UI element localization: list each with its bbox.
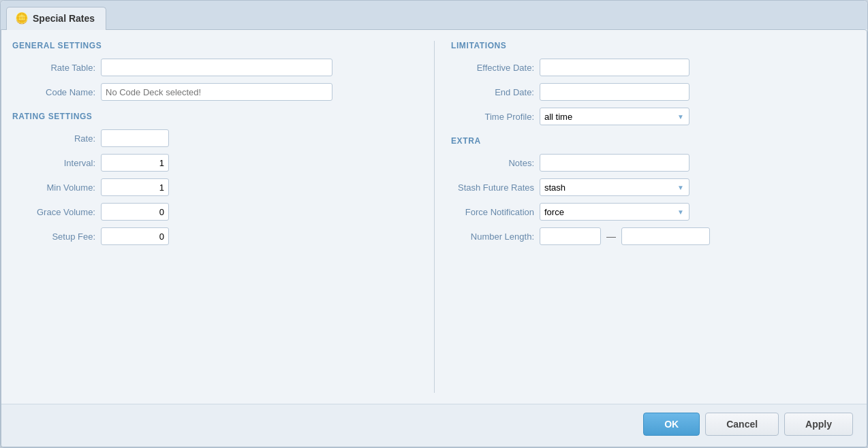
rate-input[interactable] [101,129,169,147]
cancel-button[interactable]: Cancel [705,413,779,436]
right-panel: LIMITATIONS Effective Date: End Date: Ti… [435,41,856,393]
time-profile-select-wrapper: all time business hours after hours week… [540,108,689,125]
footer: OK Cancel Apply [1,404,867,447]
interval-input[interactable] [101,154,169,172]
time-profile-label: Time Profile: [451,112,540,122]
general-settings-title: GENERAL SETTINGS [12,41,420,50]
notes-group: Notes: [451,154,856,172]
ok-button[interactable]: OK [643,413,700,436]
stash-future-rates-label: Stash Future Rates [451,182,540,193]
left-panel: GENERAL SETTINGS Rate Table: Code Name: … [12,41,435,393]
rate-table-input[interactable] [101,59,332,76]
rate-table-group: Rate Table: [12,59,420,76]
setup-fee-input[interactable] [101,227,169,245]
grace-volume-group: Grace Volume: [12,203,420,221]
setup-fee-group: Setup Fee: [12,227,420,245]
rating-settings-title: RATING SETTINGS [12,112,420,121]
stash-future-rates-group: Stash Future Rates stash no stash [451,178,856,196]
number-length-label: Number Length: [451,231,540,242]
time-profile-select[interactable]: all time business hours after hours week… [540,108,689,125]
end-date-group: End Date: [451,83,856,101]
stash-select-wrapper: stash no stash [540,178,689,196]
force-select-wrapper: force no force [540,203,689,221]
rate-group: Rate: [12,129,420,147]
grace-volume-input[interactable] [101,203,169,221]
interval-label: Interval: [12,158,101,168]
min-volume-input[interactable] [101,178,169,196]
effective-date-label: Effective Date: [451,63,540,73]
end-date-input[interactable] [540,83,689,101]
grace-volume-label: Grace Volume: [12,207,101,217]
special-rates-icon: 🪙 [15,12,29,25]
code-name-input[interactable] [101,83,332,101]
code-name-group: Code Name: [12,83,420,101]
tab-special-rates[interactable]: 🪙 Special Rates [6,7,106,30]
min-volume-label: Min Volume: [12,182,101,193]
number-length-dash: — [606,231,616,242]
notes-input[interactable] [540,154,689,172]
end-date-label: End Date: [451,87,540,97]
force-notification-select[interactable]: force no force [540,203,689,221]
stash-future-rates-select[interactable]: stash no stash [540,178,689,196]
limitations-title: LIMITATIONS [451,41,856,50]
min-volume-group: Min Volume: [12,178,420,196]
code-name-label: Code Name: [12,87,101,97]
force-notification-group: Force Notification force no force [451,203,856,221]
time-profile-group: Time Profile: all time business hours af… [451,108,856,125]
force-notification-label: Force Notification [451,207,540,217]
number-length-group: Number Length: — [451,227,856,245]
main-window: 🪙 Special Rates GENERAL SETTINGS Rate Ta… [0,0,868,448]
rate-table-label: Rate Table: [12,63,101,73]
tab-label: Special Rates [33,13,95,24]
apply-button[interactable]: Apply [784,413,853,436]
tab-bar: 🪙 Special Rates [1,1,867,29]
number-length-inputs: — [540,227,710,245]
content-area: GENERAL SETTINGS Rate Table: Code Name: … [1,29,867,447]
effective-date-input[interactable] [540,59,689,76]
effective-date-group: Effective Date: [451,59,856,76]
notes-label: Notes: [451,158,540,168]
setup-fee-label: Setup Fee: [12,231,101,242]
interval-group: Interval: [12,154,420,172]
rate-label: Rate: [12,133,101,144]
number-length-max-input[interactable] [621,227,710,245]
number-length-min-input[interactable] [540,227,601,245]
panels: GENERAL SETTINGS Rate Table: Code Name: … [1,30,867,404]
extra-title: EXTRA [451,136,856,146]
